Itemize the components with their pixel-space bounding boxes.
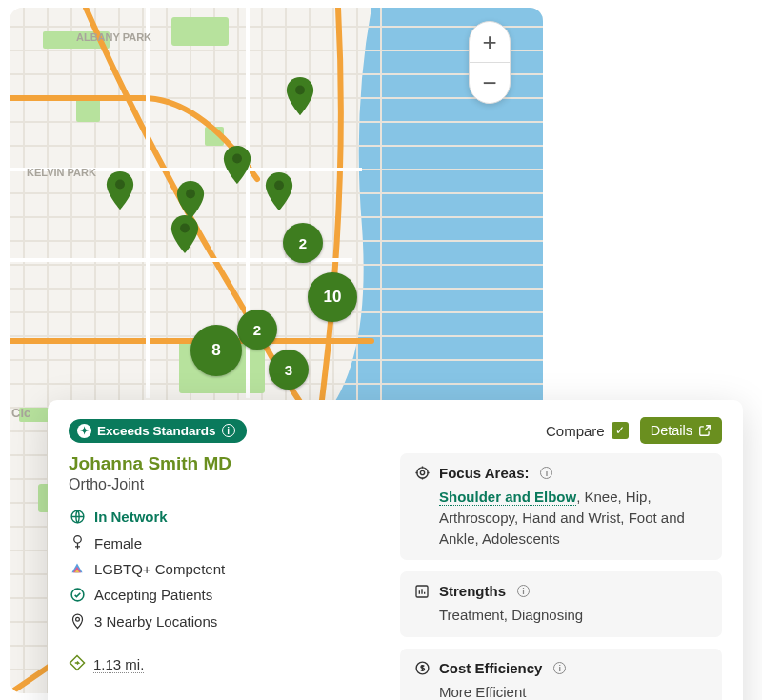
svg-point-17 <box>180 224 190 233</box>
map-pin[interactable] <box>176 181 205 219</box>
provider-specialty: Ortho-Joint <box>69 476 373 493</box>
attr-network-label: In Network <box>94 509 168 525</box>
svg-point-15 <box>186 190 195 199</box>
focus-title: Focus Areas: <box>439 465 529 481</box>
svg-point-19 <box>73 536 81 544</box>
female-icon <box>69 534 86 551</box>
info-icon[interactable]: i <box>222 424 235 437</box>
map-cluster[interactable]: 2 <box>237 310 277 350</box>
external-link-icon <box>698 424 712 437</box>
svg-point-14 <box>115 180 125 190</box>
panel-cost: Cost Efficiency i More Efficient <box>400 649 722 700</box>
zoom-control: + − <box>469 21 511 104</box>
map-cluster[interactable]: 3 <box>269 350 309 390</box>
attr-locations: 3 Nearby Locations <box>69 612 373 630</box>
map-pin[interactable] <box>223 146 251 184</box>
panel-focus-areas: Focus Areas: i Shoulder and Elbow, Knee,… <box>400 453 722 560</box>
distance-value: 1.13 mi. <box>93 656 144 673</box>
attr-accepting: Accepting Patients <box>69 587 373 603</box>
attr-lgbtq-label: LGBTQ+ Competent <box>94 561 225 577</box>
attr-accepting-label: Accepting Patients <box>94 587 212 603</box>
map-pin[interactable] <box>286 77 314 115</box>
map-label-cic: Cic <box>11 406 30 420</box>
strengths-body: Treatment, Diagnosing <box>413 605 709 626</box>
info-icon[interactable]: i <box>540 467 552 479</box>
distance-row[interactable]: 1.13 mi. <box>69 654 373 674</box>
svg-point-22 <box>416 468 427 478</box>
compare-label: Compare <box>546 423 605 439</box>
card-header: ✦ Exceeds Standards i Compare ✓ Details <box>69 417 722 444</box>
cost-body: More Efficient <box>413 682 709 700</box>
target-icon <box>413 465 431 481</box>
dollar-icon <box>413 660 431 676</box>
sparkle-icon: ✦ <box>77 424 91 438</box>
zoom-out-button[interactable]: − <box>470 63 510 103</box>
provider-card: ✦ Exceeds Standards i Compare ✓ Details … <box>48 400 743 700</box>
svg-point-23 <box>420 470 424 474</box>
details-button[interactable]: Details <box>640 417 722 444</box>
map-pin[interactable] <box>170 215 199 253</box>
directions-icon <box>69 654 86 674</box>
strengths-title: Strengths <box>439 583 506 599</box>
map-pin[interactable] <box>106 171 134 210</box>
map-label-kelvin: KELVIN PARK <box>27 167 96 178</box>
map-label-albany: ALBANY PARK <box>76 31 151 43</box>
svg-point-13 <box>232 154 242 164</box>
details-label: Details <box>651 423 692 438</box>
map-pin[interactable] <box>265 172 293 210</box>
info-icon[interactable]: i <box>517 585 530 597</box>
svg-point-12 <box>295 86 305 95</box>
lgbtq-icon <box>69 562 86 577</box>
info-icon[interactable]: i <box>553 662 566 674</box>
svg-point-16 <box>274 181 284 190</box>
svg-rect-3 <box>76 98 100 122</box>
attr-gender-label: Female <box>94 535 142 551</box>
attr-lgbtq: LGBTQ+ Competent <box>69 561 373 577</box>
focus-body: Shoulder and Elbow, Knee, Hip, Arthrosco… <box>413 487 709 549</box>
map-cluster[interactable]: 10 <box>308 272 357 322</box>
globe-icon <box>69 509 86 525</box>
svg-rect-2 <box>171 17 229 46</box>
quality-badge[interactable]: ✦ Exceeds Standards i <box>69 419 247 443</box>
cost-title: Cost Efficiency <box>439 660 542 676</box>
compare-toggle[interactable]: Compare ✓ <box>546 422 629 439</box>
focus-link[interactable]: Shoulder and Elbow <box>439 489 576 506</box>
zoom-in-button[interactable]: + <box>470 22 510 62</box>
bar-chart-icon <box>413 584 431 599</box>
map-cluster[interactable]: 2 <box>283 223 323 263</box>
svg-point-21 <box>75 617 79 621</box>
panel-strengths: Strengths i Treatment, Diagnosing <box>400 571 722 637</box>
pin-icon <box>69 612 86 630</box>
provider-summary: Johanna Smith MD Ortho-Joint In Network … <box>69 453 373 700</box>
attr-gender: Female <box>69 534 373 551</box>
attr-network: In Network <box>69 509 373 525</box>
provider-name[interactable]: Johanna Smith MD <box>69 453 373 474</box>
attr-locations-label: 3 Nearby Locations <box>94 613 217 630</box>
map-cluster[interactable]: 8 <box>190 325 242 376</box>
quality-badge-label: Exceeds Standards <box>97 424 216 438</box>
check-circle-icon <box>69 587 86 603</box>
compare-checkbox[interactable]: ✓ <box>612 422 629 439</box>
provider-detail-panels: Focus Areas: i Shoulder and Elbow, Knee,… <box>400 453 722 700</box>
